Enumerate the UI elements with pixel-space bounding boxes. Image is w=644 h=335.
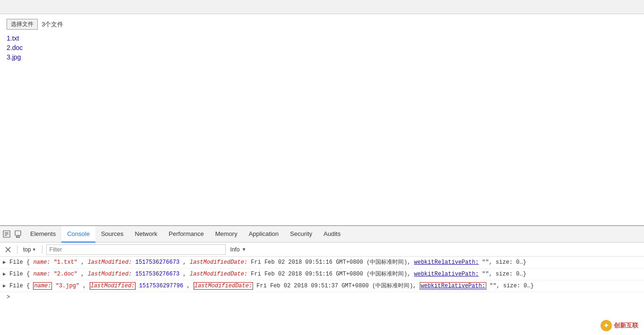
- watermark-text: 创新互联: [614, 321, 638, 330]
- devtools-panel: Elements Console Sources Network Perform…: [0, 226, 644, 335]
- tab-performance[interactable]: Performance: [163, 226, 209, 243]
- devtools-tabs: Elements Console Sources Network Perform…: [0, 226, 644, 243]
- prop-link-boxed[interactable]: webkitRelativePath:: [420, 282, 486, 290]
- tab-elements[interactable]: Elements: [25, 226, 61, 243]
- console-prompt: >: [7, 294, 10, 301]
- tab-memory[interactable]: Memory: [210, 226, 243, 243]
- file-keyword: File: [9, 271, 26, 277]
- main-content: 选择文件 3个文件 1.txt 2.doc 3.jpg: [0, 14, 644, 226]
- tab-audits[interactable]: Audits: [318, 226, 346, 243]
- expand-icon-2[interactable]: ▶: [3, 270, 6, 278]
- prop-name: name:: [33, 259, 50, 266]
- clear-console-button[interactable]: [3, 244, 13, 255]
- svg-rect-4: [15, 231, 21, 235]
- inspect-icon[interactable]: [2, 229, 11, 239]
- watermark-logo: ✦: [601, 320, 612, 331]
- level-arrow-icon: ▼: [242, 247, 246, 252]
- console-text-1: File { name: "1.txt" , lastModified: 151…: [9, 258, 642, 267]
- console-output: ▶ File { name: "1.txt" , lastModified: 1…: [0, 257, 644, 335]
- device-icon[interactable]: [13, 229, 23, 239]
- browser-bar: [0, 0, 644, 14]
- console-text-2: File { name: "2.doc" , lastModified: 151…: [9, 270, 642, 278]
- tab-security[interactable]: Security: [284, 226, 318, 243]
- context-selector[interactable]: top ▼: [21, 245, 38, 254]
- expand-icon-1[interactable]: ▶: [3, 259, 6, 267]
- console-line-2: ▶ File { name: "2.doc" , lastModified: 1…: [0, 268, 644, 280]
- prop-link[interactable]: webkitRelativePath:: [414, 259, 479, 266]
- watermark: ✦ 创新互联: [601, 320, 638, 331]
- tab-sources[interactable]: Sources: [95, 226, 129, 243]
- tab-application[interactable]: Application: [243, 226, 285, 243]
- console-text-3: File { name: "3.jpg" , lastModified: 151…: [9, 282, 642, 290]
- prop-name: name:: [33, 271, 50, 277]
- prop-name: lastModifiedDate:: [190, 259, 247, 266]
- file-list: 1.txt 2.doc 3.jpg: [7, 34, 637, 61]
- console-line-1: ▶ File { name: "1.txt" , lastModified: 1…: [0, 257, 644, 268]
- tab-network[interactable]: Network: [129, 226, 163, 243]
- prop-name: lastModifiedDate:: [190, 271, 247, 277]
- prop-link[interactable]: webkitRelativePath:: [414, 271, 479, 277]
- toolbar-sep-2: [42, 245, 42, 254]
- console-line-3: ▶ File { name: "3.jpg" , lastModified: 1…: [0, 280, 644, 292]
- file-link-1[interactable]: 1.txt: [7, 34, 637, 42]
- file-link-2[interactable]: 2.doc: [7, 44, 637, 51]
- console-input-line: >: [0, 292, 644, 302]
- toolbar-sep-1: [17, 245, 17, 254]
- context-arrow-icon: ▼: [32, 247, 36, 252]
- prop-name-boxed: name:: [33, 282, 52, 290]
- level-select[interactable]: Info ▼: [228, 245, 249, 254]
- choose-file-button[interactable]: 选择文件: [7, 19, 38, 30]
- file-input-row: 选择文件 3个文件: [7, 19, 637, 30]
- prop-name: lastModified:: [88, 271, 132, 277]
- file-keyword: File: [9, 283, 26, 289]
- devtools-toolbar: top ▼ Info ▼: [0, 243, 644, 257]
- prop-name-boxed-2: lastModified:: [90, 282, 136, 290]
- prop-name-boxed-3: lastModifiedDate:: [194, 282, 253, 290]
- tab-console[interactable]: Console: [61, 226, 95, 243]
- file-link-3[interactable]: 3.jpg: [7, 53, 637, 61]
- prop-name: lastModified:: [88, 259, 132, 266]
- file-keyword: File: [9, 259, 26, 266]
- file-count: 3个文件: [42, 20, 63, 29]
- expand-icon-3[interactable]: ▶: [3, 282, 6, 290]
- filter-input[interactable]: [46, 244, 226, 255]
